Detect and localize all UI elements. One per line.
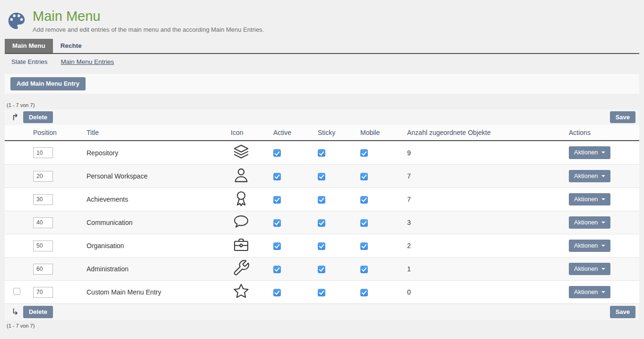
- row-select-checkbox[interactable]: [13, 288, 20, 295]
- table-row: Communication 3 Aktionen: [5, 211, 639, 234]
- table-row: Personal Workspace 7 Aktionen: [5, 164, 639, 187]
- tab-rechte[interactable]: Rechte: [53, 39, 89, 53]
- row-title: Repository: [87, 149, 218, 157]
- aktionen-label: Aktionen: [574, 242, 598, 250]
- caret-down-icon: [601, 175, 605, 177]
- sticky-checkbox[interactable]: [318, 149, 325, 157]
- aktionen-button[interactable]: Aktionen: [569, 170, 610, 183]
- row-title: Personal Workspace: [87, 172, 218, 180]
- row-title: Administration: [87, 265, 218, 273]
- user-icon: [231, 166, 252, 184]
- sticky-checkbox[interactable]: [318, 219, 325, 227]
- page-subtitle: Add remove and edit entries of the main …: [33, 26, 264, 33]
- tab-main-menu[interactable]: Main Menu: [5, 39, 53, 53]
- column-anzahl-zugeordnete-objekte: Anzahl zugeordnete Objekte: [407, 129, 569, 136]
- table-row: Organisation 2 Aktionen: [5, 234, 639, 257]
- aktionen-button[interactable]: Aktionen: [569, 286, 610, 299]
- position-input[interactable]: [33, 241, 53, 251]
- table-row: Custom Main Menu Entry 0 Aktionen: [5, 280, 639, 303]
- table-toolbar-top: ↱ Delete Save: [5, 109, 639, 125]
- mobile-checkbox[interactable]: [360, 219, 368, 227]
- wrench-icon: [231, 259, 252, 277]
- assigned-objects-count: 0: [407, 288, 569, 296]
- mobile-checkbox[interactable]: [360, 173, 368, 180]
- mobile-checkbox[interactable]: [360, 242, 368, 250]
- sticky-checkbox[interactable]: [318, 173, 325, 180]
- caret-down-icon: [601, 245, 605, 247]
- tab-bar: Main Menu Rechte: [5, 39, 639, 54]
- table-row: Administration 1 Aktionen: [5, 257, 639, 280]
- assigned-objects-count: 1: [407, 265, 569, 273]
- position-input[interactable]: [33, 171, 53, 182]
- assigned-objects-count: 9: [407, 149, 569, 157]
- column-position: Position: [33, 129, 87, 136]
- active-checkbox[interactable]: [273, 289, 281, 296]
- sticky-checkbox[interactable]: [318, 289, 325, 296]
- assigned-objects-count: 7: [407, 196, 569, 203]
- aktionen-label: Aktionen: [574, 219, 598, 226]
- apply-up-arrow-icon: ↱: [11, 113, 19, 122]
- aktionen-button[interactable]: Aktionen: [569, 263, 610, 276]
- page-header: Main Menu Add remove and edit entries of…: [0, 0, 644, 34]
- caret-down-icon: [601, 268, 605, 270]
- row-title: Organisation: [87, 242, 218, 250]
- briefcase-icon: [231, 236, 252, 254]
- delete-button-top[interactable]: Delete: [23, 111, 53, 124]
- active-checkbox[interactable]: [273, 173, 281, 180]
- position-input[interactable]: [33, 217, 53, 228]
- aktionen-button[interactable]: Aktionen: [569, 193, 610, 206]
- active-checkbox[interactable]: [273, 242, 281, 250]
- position-input[interactable]: [33, 264, 53, 275]
- add-main-menu-entry-button[interactable]: Add Main Menu Entry: [10, 77, 86, 90]
- mobile-checkbox[interactable]: [360, 149, 368, 157]
- mobile-checkbox[interactable]: [360, 266, 368, 273]
- mobile-checkbox[interactable]: [360, 196, 368, 204]
- save-button-top[interactable]: Save: [610, 111, 635, 124]
- column-mobile: Mobile: [360, 129, 407, 136]
- position-input[interactable]: [33, 147, 53, 158]
- column-icon: Icon: [218, 129, 273, 136]
- table-body: Repository 9 Aktionen Personal Workspace…: [5, 141, 639, 303]
- delete-button-bottom[interactable]: Delete: [23, 306, 53, 318]
- pagination-top: (1 - 7 von 7): [7, 102, 644, 108]
- column-title: Title: [87, 129, 218, 136]
- aktionen-button[interactable]: Aktionen: [569, 216, 610, 229]
- active-checkbox[interactable]: [273, 266, 281, 273]
- caret-down-icon: [601, 222, 605, 223]
- assigned-objects-count: 2: [407, 242, 569, 250]
- sticky-checkbox[interactable]: [318, 242, 325, 250]
- main-menu-table: ↱ Delete Save Position Title Icon Active…: [5, 109, 639, 320]
- row-title: Achievements: [87, 196, 218, 203]
- page-title: Main Menu: [33, 9, 264, 24]
- palette-icon: [6, 10, 28, 34]
- column-actions: Actions: [569, 129, 639, 136]
- assigned-objects-count: 3: [407, 219, 569, 226]
- table-row: Achievements 7 Aktionen: [5, 187, 639, 211]
- row-title: Communication: [87, 219, 218, 226]
- mobile-checkbox[interactable]: [360, 289, 368, 296]
- speech-bubble-icon: [231, 213, 252, 231]
- save-button-bottom[interactable]: Save: [610, 306, 635, 318]
- active-checkbox[interactable]: [273, 196, 281, 204]
- caret-down-icon: [601, 198, 605, 200]
- position-input[interactable]: [33, 194, 53, 205]
- aktionen-label: Aktionen: [574, 172, 598, 180]
- layers-icon: [231, 143, 252, 161]
- active-checkbox[interactable]: [273, 149, 281, 157]
- sticky-checkbox[interactable]: [318, 196, 325, 204]
- aktionen-button[interactable]: Aktionen: [569, 146, 610, 159]
- assigned-objects-count: 7: [407, 172, 569, 180]
- pagination-bottom: (1 - 7 von 7): [7, 323, 644, 329]
- subtab-bar: Slate Entries Main Menu Entries: [0, 54, 644, 69]
- aktionen-label: Aktionen: [574, 265, 598, 273]
- active-checkbox[interactable]: [273, 219, 281, 227]
- table-toolbar-bottom: ↳ Delete Save: [5, 303, 639, 320]
- table-header-row: Position Title Icon Active Sticky Mobile…: [5, 125, 639, 141]
- sticky-checkbox[interactable]: [318, 266, 325, 273]
- column-active: Active: [273, 129, 318, 136]
- subtab-slate-entries[interactable]: Slate Entries: [11, 58, 48, 65]
- aktionen-button[interactable]: Aktionen: [569, 240, 610, 252]
- position-input[interactable]: [33, 287, 53, 298]
- column-sticky: Sticky: [318, 129, 360, 136]
- subtab-main-menu-entries[interactable]: Main Menu Entries: [61, 58, 114, 65]
